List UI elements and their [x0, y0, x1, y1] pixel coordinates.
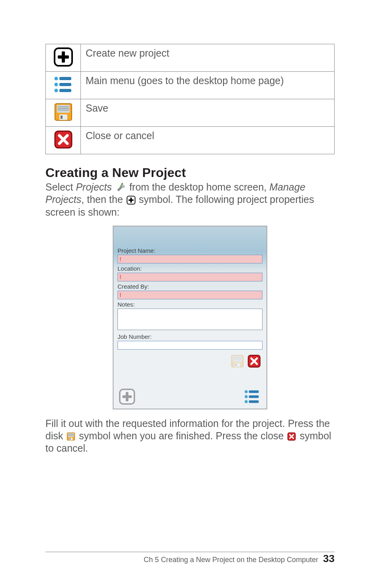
close-button[interactable]: [247, 354, 261, 368]
created-by-input[interactable]: [118, 291, 262, 299]
text: , then the: [81, 194, 125, 205]
instruction-paragraph: Fill it out with the requested informati…: [45, 417, 335, 455]
icon-desc: Create new project: [81, 44, 335, 72]
table-row: Create new project: [46, 44, 335, 72]
location-label: Location:: [118, 265, 262, 272]
save-icon: [54, 102, 73, 122]
menu-icon: [53, 75, 74, 94]
projects-label: Projects: [76, 181, 112, 193]
icon-legend-table: Create new project Main menu (goes to th…: [45, 44, 335, 154]
created-by-label: Created By:: [118, 283, 262, 290]
project-name-input[interactable]: [118, 255, 262, 264]
icon-desc: Main menu (goes to the desktop home page…: [81, 72, 335, 99]
job-number-input[interactable]: [118, 341, 262, 350]
text: symbol when you are finished. Press the …: [79, 430, 286, 441]
close-icon: [287, 432, 296, 441]
footer-rule: [45, 552, 335, 552]
page-footer: Ch 5 Creating a New Project on the Deskt…: [144, 553, 335, 565]
project-properties-dialog: Project Name: Location: Created By: Note…: [113, 226, 267, 409]
close-icon: [54, 130, 73, 149]
footer-chapter: Ch 5 Creating a New Project on the Deskt…: [144, 556, 318, 564]
save-button[interactable]: [231, 354, 244, 368]
table-row: Close or cancel: [46, 127, 335, 154]
menu-button[interactable]: [243, 389, 261, 405]
job-number-label: Job Number:: [118, 333, 262, 340]
text: Select: [45, 181, 76, 193]
project-name-label: Project Name:: [118, 247, 262, 254]
icon-desc: Close or cancel: [81, 127, 335, 154]
intro-paragraph: Select Projects from the desktop home sc…: [45, 181, 335, 218]
plus-icon: [54, 47, 73, 67]
save-icon: [67, 432, 75, 441]
projects-icon: [116, 182, 126, 192]
plus-icon: [127, 196, 135, 205]
table-row: Main menu (goes to the desktop home page…: [46, 72, 335, 99]
table-row: Save: [46, 99, 335, 127]
icon-desc: Save: [81, 99, 335, 127]
footer-page-number: 33: [323, 553, 335, 565]
text: from the desktop home screen,: [127, 181, 270, 193]
notes-input[interactable]: [118, 309, 262, 330]
add-button[interactable]: [119, 389, 135, 405]
notes-label: Notes:: [118, 301, 262, 308]
section-heading: Creating a New Project: [45, 165, 335, 180]
location-input[interactable]: [118, 273, 262, 281]
